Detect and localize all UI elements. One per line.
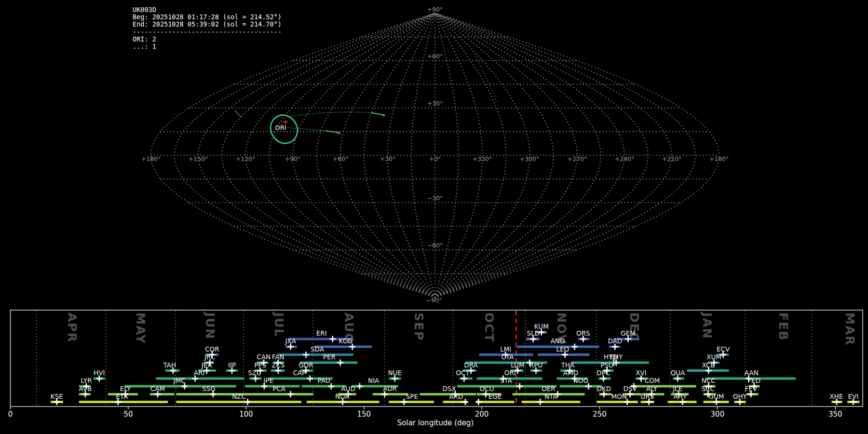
radiant-drift-tip — [371, 113, 383, 115]
shower-code-label: KCG — [339, 337, 353, 345]
longitude-label: +0° — [429, 155, 441, 163]
shower-code-label: OER — [542, 385, 556, 393]
shower-code-label: HVI — [94, 369, 105, 377]
shower-code-label: ECV — [717, 345, 730, 353]
shower-code-label: OCU — [479, 385, 494, 393]
shower-AVB: AVB — [79, 385, 92, 398]
shower-code-label: PSU — [600, 361, 613, 369]
radiant-drift-trail — [285, 127, 326, 131]
shower-code-label: OHY — [733, 393, 747, 400]
shower-code-label: DPC — [597, 369, 610, 377]
shower-JXA: JXA — [285, 337, 297, 350]
shower-code-label: LMI — [500, 345, 511, 353]
shower-URS: URS — [640, 393, 654, 406]
shower-code-label: QUA — [670, 369, 685, 377]
shower-code-label: XVI — [636, 369, 646, 377]
radiant-drift-tip — [326, 131, 338, 133]
shower-code-label: XCB — [702, 361, 715, 369]
shower-code-label: CAN — [257, 353, 271, 361]
shower-XCB: XCB — [687, 361, 729, 374]
header-line: ORI: 2 — [133, 36, 282, 43]
shower-code-label: LEO — [556, 345, 569, 353]
sky-map-and-activity-plot: +180°+150°+120°+90°+60°+30°+0°+330°+300°… — [0, 0, 868, 434]
shower-activity-bar — [156, 378, 244, 380]
peak-marker — [329, 336, 336, 342]
radiant-shower-label: ORI — [275, 124, 286, 131]
radiant-drift-trail — [288, 112, 371, 117]
shower-code-label: JEA — [201, 361, 213, 369]
shower-code-label: LYR — [81, 377, 92, 384]
trail-end-dot — [338, 132, 340, 134]
longitude-label: +90° — [285, 155, 301, 163]
shower-code-label: SSG — [202, 385, 216, 393]
trail-end-dot — [383, 114, 385, 116]
shower-activity-bar — [278, 353, 353, 356]
shower-activity-bar — [597, 401, 638, 403]
peak-marker — [475, 399, 482, 405]
x-axis-tick-label: 350 — [828, 410, 842, 419]
shower-code-label: OCT — [456, 369, 470, 377]
shower-code-label: SDA — [311, 345, 325, 353]
shower-code-label: CTA — [501, 353, 514, 361]
month-label: JUN — [203, 312, 217, 340]
shower-OHY: OHY — [733, 393, 747, 406]
longitude-label: +180° — [709, 155, 729, 163]
shower-activity-bar — [522, 401, 581, 403]
shower-code-label: ETA — [116, 393, 128, 400]
shower-code-label: EHY — [610, 353, 623, 361]
peak-marker — [571, 344, 578, 350]
shower-code-label: PPS — [254, 361, 266, 369]
shower-code-label: SZC — [248, 369, 261, 377]
graticule-meridian — [364, 13, 435, 297]
shower-code-label: JRC — [204, 353, 215, 361]
shower-code-label: SLD — [527, 329, 540, 337]
shower-code-label: NUE — [388, 369, 402, 377]
shower-code-label: JPE — [263, 377, 273, 384]
shower-ZCS: ZCS — [271, 361, 285, 374]
month-label: SEP — [412, 312, 426, 341]
peak-marker — [337, 360, 343, 366]
shower-code-label: EVI — [848, 393, 859, 400]
shower-code-label: TAH — [163, 361, 176, 369]
header-line: UK003D — [133, 6, 282, 14]
shower-code-label: AUR — [383, 385, 397, 393]
shower-code-label: PCA — [272, 385, 286, 393]
shower-code-label: DSX — [442, 385, 456, 393]
shower-code-label: KSE — [51, 393, 63, 400]
month-label: MAR — [843, 312, 857, 346]
shower-IIP: IIP — [226, 361, 238, 374]
shower-code-label: NIA — [368, 377, 380, 384]
shower-activity-bar — [79, 401, 168, 403]
north-pole-label: +90° — [427, 6, 443, 13]
shower-activity-bar — [150, 393, 175, 395]
shower-code-label: NTA — [544, 393, 557, 400]
shower-code-label: SCC — [702, 385, 715, 393]
longitude-label: +240° — [615, 155, 635, 163]
x-axis-tick-label: 150 — [357, 410, 371, 419]
observation-header: UK003DBeg: 20251028 01:17:28 (sol = 214.… — [133, 6, 282, 50]
month-label: MAY — [134, 312, 148, 344]
shower-code-label: COR — [205, 345, 219, 353]
shower-activity-bar — [176, 401, 301, 403]
shower-TAH: TAH — [163, 361, 179, 374]
shower-code-label: ARD — [449, 393, 463, 400]
longitude-label: +150° — [189, 155, 208, 163]
shower-activity-bar — [476, 401, 515, 403]
x-axis-tick-label: 250 — [593, 410, 607, 419]
longitude-label: +30° — [380, 155, 396, 163]
shower-code-label: JXA — [285, 337, 296, 345]
shower-code-label: CAP — [293, 369, 306, 377]
header-line: Beg: 20251028 01:17:28 (sol = 214.52°) — [133, 14, 282, 21]
shower-code-label: ARI — [194, 369, 205, 377]
peak-marker — [462, 399, 468, 405]
shower-DKD: DKD — [597, 385, 611, 398]
shower-code-label: NDA — [335, 393, 350, 400]
shower-code-label: AUD — [341, 385, 355, 393]
shower-code-label: FED — [747, 377, 760, 384]
shower-code-label: DSV — [623, 385, 637, 393]
shower-code-label: AMO — [563, 369, 579, 377]
shower-code-label: COM — [645, 377, 660, 384]
shower-RPU: RPU — [529, 361, 542, 374]
shower-code-label: RPU — [529, 361, 542, 369]
peak-marker — [307, 376, 313, 382]
